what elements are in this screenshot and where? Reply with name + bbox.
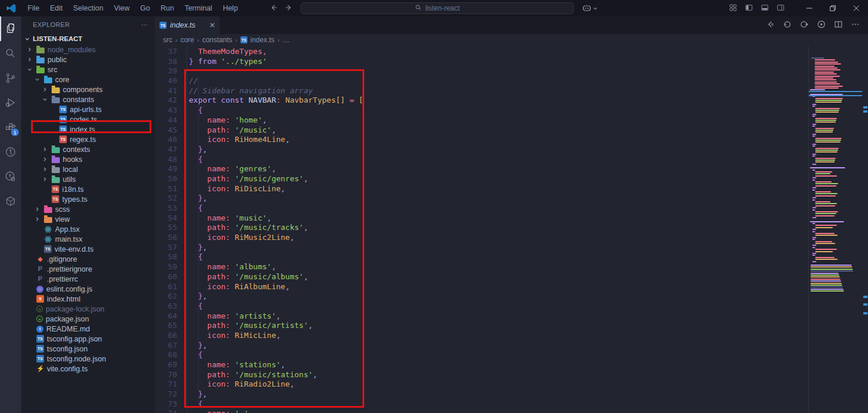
history-back-icon[interactable] bbox=[270, 4, 279, 13]
toggle-secondary-sidebar-icon[interactable] bbox=[777, 4, 785, 13]
tree-item-app-tsx[interactable]: App.tsx bbox=[21, 224, 155, 234]
code-line-61[interactable]: 61 icon: RiAlbumLine, bbox=[155, 282, 808, 292]
code-line-59[interactable]: 59 name: 'albums', bbox=[155, 262, 808, 272]
tree-item-constants[interactable]: constants bbox=[21, 94, 155, 104]
code-line-47[interactable]: 47 }, bbox=[155, 145, 808, 155]
tab-close-icon[interactable]: ✕ bbox=[209, 21, 215, 29]
code-line-63[interactable]: 63 { bbox=[155, 302, 808, 312]
tree-item-local[interactable]: local bbox=[21, 164, 155, 174]
tree-item-contexts[interactable]: contexts bbox=[21, 144, 155, 154]
tree-item-codes-ts[interactable]: TScodes.ts bbox=[21, 114, 155, 124]
breadcrumb-item-constants[interactable]: constants bbox=[202, 36, 232, 44]
tree-item-tsconfig-node-json[interactable]: TStsconfig.node.json bbox=[21, 354, 155, 364]
project-root-row[interactable]: LISTEN-REACT bbox=[21, 33, 155, 45]
code-line-67[interactable]: 67 }, bbox=[155, 341, 808, 351]
code-line-42[interactable]: 42export const NAVBAR: NavbarTypes[] = [ bbox=[155, 96, 808, 106]
code-line-71[interactable]: 71 icon: RiRadio2Line, bbox=[155, 380, 808, 390]
code-line-46[interactable]: 46 icon: RiHome4Line, bbox=[155, 135, 808, 145]
tree-item-public[interactable]: public bbox=[21, 55, 155, 65]
code-line-38[interactable]: 38} from '../types' bbox=[155, 57, 808, 67]
code-line-74[interactable]: 74 name: '…', bbox=[155, 409, 808, 413]
tree-item-index-ts[interactable]: TSindex.ts bbox=[21, 124, 155, 134]
activity-circle-gear-icon[interactable] bbox=[0, 164, 21, 189]
copilot-icon[interactable] bbox=[582, 4, 598, 13]
close-button[interactable] bbox=[845, 0, 868, 16]
tree-item-vite-env-d-ts[interactable]: TSvite-env.d.ts bbox=[21, 244, 155, 254]
breadcrumb-item--[interactable]: … bbox=[283, 36, 290, 44]
tree-item-package-lock-json[interactable]: npackage-lock.json bbox=[21, 304, 155, 314]
tree-item-components[interactable]: components bbox=[21, 84, 155, 94]
tree-item-scss[interactable]: scss bbox=[21, 204, 155, 214]
tree-item-utils[interactable]: utils bbox=[21, 174, 155, 184]
activity-circle-graph-icon[interactable] bbox=[0, 140, 21, 164]
code-line-56[interactable]: 56 icon: RiMusic2Line, bbox=[155, 233, 808, 243]
tree-item-hooks[interactable]: hooks bbox=[21, 154, 155, 164]
toggle-sidebar-icon[interactable] bbox=[745, 4, 753, 13]
overview-ruler[interactable] bbox=[862, 16, 868, 413]
menu-edit[interactable]: Edit bbox=[45, 2, 68, 15]
toggle-panel-icon[interactable] bbox=[761, 4, 769, 13]
activity-search-icon[interactable] bbox=[0, 41, 21, 66]
activity-cube-icon[interactable] bbox=[0, 189, 21, 214]
split-editor-icon[interactable] bbox=[834, 20, 843, 31]
tree-item-readme-md[interactable]: iREADME.md bbox=[21, 324, 155, 334]
code-line-40[interactable]: 40// bbox=[155, 76, 808, 86]
breadcrumb-item-src[interactable]: src bbox=[163, 36, 172, 44]
activity-run-and-debug-icon[interactable] bbox=[0, 90, 21, 115]
customize-layout-icon[interactable] bbox=[729, 4, 737, 13]
code-line-52[interactable]: 52 }, bbox=[155, 194, 808, 204]
tree-item-vite-config-ts[interactable]: ⚡vite.config.ts bbox=[21, 364, 155, 374]
activity-source-control-icon[interactable] bbox=[0, 66, 21, 90]
run-icon[interactable] bbox=[817, 20, 826, 31]
tree-item-tsconfig-json[interactable]: TStsconfig.json bbox=[21, 344, 155, 354]
tree-item--prettierignore[interactable]: P.prettierignore bbox=[21, 264, 155, 274]
code-line-62[interactable]: 62 }, bbox=[155, 292, 808, 302]
tree-item-api-urls-ts[interactable]: TSapi-urls.ts bbox=[21, 104, 155, 114]
restore-button[interactable] bbox=[821, 0, 845, 16]
explorer-more-actions[interactable]: ⋯ bbox=[141, 21, 148, 29]
code-line-69[interactable]: 69 name: 'stations', bbox=[155, 360, 808, 370]
code-line-60[interactable]: 60 path: '/music/albums', bbox=[155, 272, 808, 282]
tree-item-main-tsx[interactable]: main.tsx bbox=[21, 234, 155, 244]
tree-item-regex-ts[interactable]: TSregex.ts bbox=[21, 134, 155, 144]
code-line-64[interactable]: 64 name: 'artists', bbox=[155, 312, 808, 321]
tree-item-eslint-config-js[interactable]: ◌eslint.config.js bbox=[21, 284, 155, 294]
code-line-57[interactable]: 57 }, bbox=[155, 243, 808, 253]
code-line-41[interactable]: 41// Sidebar navigation array bbox=[155, 86, 808, 96]
tree-item-node-modules[interactable]: node_modules bbox=[21, 45, 155, 55]
code-line-58[interactable]: 58 { bbox=[155, 252, 808, 262]
code-line-55[interactable]: 55 path: '/music/tracks', bbox=[155, 223, 808, 233]
tree-item-core[interactable]: core bbox=[21, 75, 155, 84]
minimize-button[interactable] bbox=[798, 0, 821, 16]
code-line-45[interactable]: 45 path: '/music', bbox=[155, 126, 808, 136]
code-line-51[interactable]: 51 icon: RiDiscLine, bbox=[155, 184, 808, 194]
menu-run[interactable]: Run bbox=[155, 2, 179, 15]
menu-selection[interactable]: Selection bbox=[68, 2, 108, 15]
menu-go[interactable]: Go bbox=[135, 2, 155, 15]
code-line-73[interactable]: 73 { bbox=[155, 400, 808, 409]
code-line-70[interactable]: 70 path: '/music/stations', bbox=[155, 370, 808, 380]
code-area[interactable]: 37 ThemeModeTypes,38} from '../types'394… bbox=[155, 46, 808, 413]
tree-item--prettierrc[interactable]: P.prettierrc bbox=[21, 274, 155, 284]
minimap[interactable] bbox=[808, 46, 862, 413]
code-line-72[interactable]: 72 }, bbox=[155, 390, 808, 400]
code-line-50[interactable]: 50 path: '/music/genres', bbox=[155, 174, 808, 184]
tree-item-src[interactable]: src bbox=[21, 65, 155, 75]
activity-extensions-icon[interactable]: 1 bbox=[0, 115, 21, 140]
tree-item-tsconfig-app-json[interactable]: TStsconfig.app.json bbox=[21, 334, 155, 344]
code-line-66[interactable]: 66 icon: RiMicLine, bbox=[155, 331, 808, 341]
previous-change-icon[interactable] bbox=[783, 20, 792, 31]
code-line-37[interactable]: 37 ThemeModeTypes, bbox=[155, 47, 808, 57]
code-line-44[interactable]: 44 name: 'home', bbox=[155, 116, 808, 126]
tree-item-package-json[interactable]: npackage.json bbox=[21, 314, 155, 324]
navigate-back-icon[interactable] bbox=[766, 20, 775, 31]
tree-item-i18n-ts[interactable]: TSi18n.ts bbox=[21, 184, 155, 194]
menu-view[interactable]: View bbox=[108, 2, 135, 15]
next-change-icon[interactable] bbox=[800, 20, 809, 31]
code-line-49[interactable]: 49 name: 'genres', bbox=[155, 164, 808, 174]
code-line-43[interactable]: 43 { bbox=[155, 106, 808, 116]
menu-terminal[interactable]: Terminal bbox=[179, 2, 218, 15]
menu-file[interactable]: File bbox=[22, 2, 45, 15]
code-line-65[interactable]: 65 path: '/music/artists', bbox=[155, 321, 808, 331]
code-line-54[interactable]: 54 name: 'music', bbox=[155, 214, 808, 224]
